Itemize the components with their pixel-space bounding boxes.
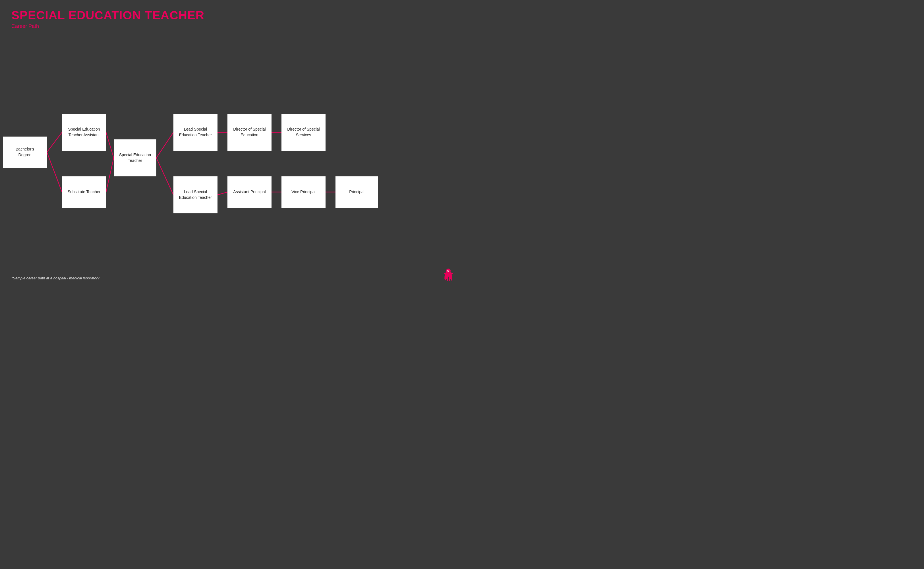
node-set-assistant: Special EducationTeacher Assistant (62, 114, 106, 151)
page-title: SPECIAL EDUCATION TEACHER (11, 9, 205, 22)
logo-icon: G (442, 266, 455, 282)
svg-line-1 (47, 152, 62, 192)
node-principal: Principal (335, 176, 378, 208)
svg-line-4 (156, 132, 173, 158)
node-director-special-education: Director of SpecialEducation (228, 114, 272, 151)
node-director-special-services: Director of SpecialServices (281, 114, 326, 151)
svg-text:G: G (447, 269, 449, 272)
node-assistant-principal: Assistant Principal (228, 176, 272, 208)
connections-svg (0, 37, 462, 268)
diagram-area: Bachelor'sDegree Special EducationTeache… (0, 37, 462, 268)
svg-line-3 (106, 158, 114, 192)
svg-line-5 (156, 158, 173, 195)
node-lead-set-bottom: Lead SpecialEducation Teacher (173, 176, 217, 213)
node-special-education-teacher: Special EducationTeacher (114, 139, 156, 176)
node-bachelors: Bachelor'sDegree (3, 137, 47, 168)
node-vice-principal: Vice Principal (281, 176, 326, 208)
svg-rect-12 (447, 277, 448, 281)
page-subtitle: Career Path (11, 23, 205, 29)
node-lead-set-top: Lead SpecialEducation Teacher (173, 114, 217, 151)
node-substitute: Substitute Teacher (62, 176, 106, 208)
svg-line-0 (47, 132, 62, 152)
svg-rect-13 (449, 277, 451, 281)
svg-line-2 (106, 132, 114, 158)
svg-line-8 (217, 192, 228, 195)
footer-note: *Sample career path at a hospital / medi… (11, 276, 99, 280)
header: SPECIAL EDUCATION TEACHER Career Path (11, 9, 205, 29)
